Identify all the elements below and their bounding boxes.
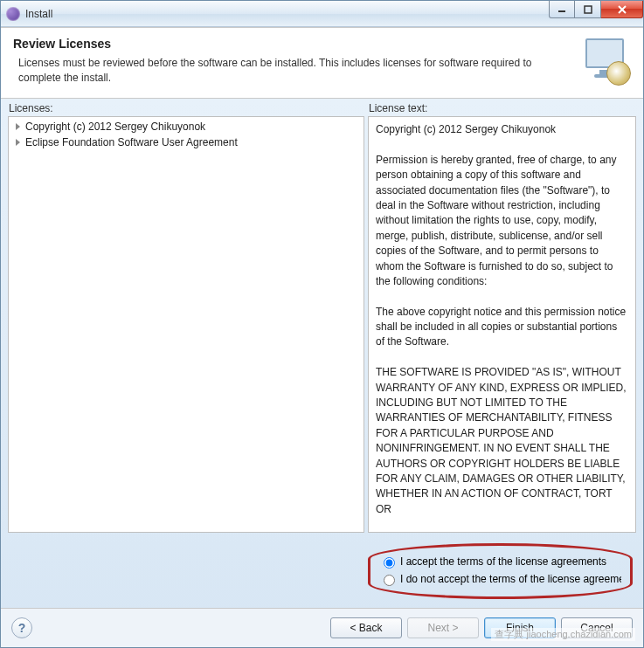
window-controls xyxy=(549,1,643,18)
close-icon xyxy=(617,4,627,15)
disclosure-icon[interactable] xyxy=(16,139,20,146)
reject-radio-label: I do not accept the terms of the license… xyxy=(400,573,621,585)
install-window: Install Review Licenses Licenses must be… xyxy=(0,0,644,648)
cancel-button[interactable]: Cancel xyxy=(561,617,633,638)
accept-panel: I accept the terms of the license agreem… xyxy=(8,538,636,604)
wizard-header: Review Licenses Licenses must be reviewe… xyxy=(1,27,643,99)
install-icon xyxy=(582,37,631,86)
licenses-label: Licenses: xyxy=(8,102,364,114)
minimize-icon xyxy=(557,5,566,14)
disclosure-icon[interactable] xyxy=(16,123,20,130)
license-text-content: Copyright (c) 2012 Sergey Chikuyonok Per… xyxy=(369,119,635,520)
help-icon: ? xyxy=(18,621,26,635)
page-description: Licenses must be reviewed before the sof… xyxy=(13,56,575,86)
help-button[interactable]: ? xyxy=(11,617,32,638)
finish-button[interactable]: Finish xyxy=(484,617,556,638)
window-title: Install xyxy=(25,8,52,20)
accept-radio-group: I accept the terms of the license agreem… xyxy=(368,543,633,599)
svg-rect-1 xyxy=(585,6,592,13)
reject-radio[interactable] xyxy=(384,575,395,586)
license-text-label: License text: xyxy=(368,102,636,114)
accept-radio-row[interactable]: I accept the terms of the license agreem… xyxy=(379,553,621,570)
minimize-button[interactable] xyxy=(549,1,575,18)
licenses-tree[interactable]: Copyright (c) 2012 Sergey Chikuyonok Ecl… xyxy=(8,116,364,533)
close-button[interactable] xyxy=(601,1,643,18)
accept-radio-label: I accept the terms of the license agreem… xyxy=(400,555,606,568)
maximize-button[interactable] xyxy=(575,1,601,18)
content-area: Licenses: Copyright (c) 2012 Sergey Chik… xyxy=(1,99,643,608)
button-bar: ? < Back Next > Finish Cancel xyxy=(1,608,643,647)
reject-radio-row[interactable]: I do not accept the terms of the license… xyxy=(379,570,621,588)
license-item-label: Eclipse Foundation Software User Agreeme… xyxy=(25,136,238,148)
license-item-label: Copyright (c) 2012 Sergey Chikuyonok xyxy=(25,121,205,133)
back-button[interactable]: < Back xyxy=(330,617,402,638)
license-item[interactable]: Eclipse Foundation Software User Agreeme… xyxy=(9,134,364,150)
eclipse-icon xyxy=(6,7,20,21)
license-item[interactable]: Copyright (c) 2012 Sergey Chikuyonok xyxy=(9,119,364,134)
license-text-box[interactable]: Copyright (c) 2012 Sergey Chikuyonok Per… xyxy=(368,116,636,533)
next-button: Next > xyxy=(407,617,479,638)
maximize-icon xyxy=(584,5,592,14)
titlebar[interactable]: Install xyxy=(1,1,643,27)
page-title: Review Licenses xyxy=(13,37,575,51)
accept-radio[interactable] xyxy=(384,557,395,569)
